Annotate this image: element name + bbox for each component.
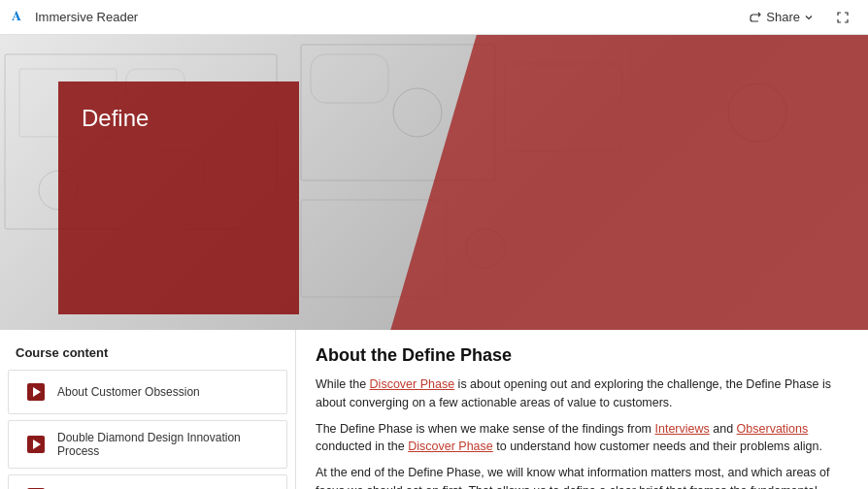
expand-icon bbox=[836, 11, 850, 24]
share-icon bbox=[749, 11, 762, 24]
course-item-2[interactable]: Double Diamond Design Innovation Process bbox=[8, 420, 287, 469]
course-item-3-icon bbox=[24, 485, 48, 489]
content-title: About the Define Phase bbox=[316, 345, 849, 366]
chevron-down-icon bbox=[804, 13, 814, 22]
app-title: Immersive Reader bbox=[35, 10, 138, 24]
sidebar: Course content About Customer Obsession … bbox=[0, 330, 296, 489]
expand-button[interactable] bbox=[829, 4, 856, 31]
content-para-1: While the Discover Phase is about openin… bbox=[316, 375, 849, 412]
topbar-left: 𝐀 Immersive Reader bbox=[12, 7, 138, 28]
observations-link[interactable]: Observations bbox=[737, 422, 809, 436]
content-area: About the Define Phase While the Discove… bbox=[296, 330, 868, 489]
sidebar-title: Course content bbox=[0, 345, 295, 370]
topbar-right: Share bbox=[741, 4, 856, 31]
hero-title: Define bbox=[82, 105, 149, 132]
discover-phase-link-1[interactable]: Discover Phase bbox=[370, 377, 455, 391]
discover-phase-link-2[interactable]: Discover Phase bbox=[408, 440, 493, 453]
course-item-1-icon bbox=[24, 380, 48, 404]
immersive-reader-icon: 𝐀 bbox=[12, 7, 29, 28]
course-item-1[interactable]: About Customer Obsession bbox=[8, 370, 287, 414]
share-button[interactable]: Share bbox=[741, 6, 821, 28]
interviews-link[interactable]: Interviews bbox=[655, 422, 710, 436]
course-item-2-icon bbox=[24, 433, 48, 456]
hero-section: Define bbox=[0, 35, 868, 330]
course-item-2-label: Double Diamond Design Innovation Process bbox=[57, 431, 271, 458]
content-para-2: The Define Phase is when we make sense o… bbox=[316, 420, 849, 457]
main-content: Course content About Customer Obsession … bbox=[0, 330, 868, 489]
share-label: Share bbox=[766, 10, 800, 24]
svg-text:𝐀: 𝐀 bbox=[12, 8, 21, 23]
topbar: 𝐀 Immersive Reader Share bbox=[0, 0, 868, 35]
svg-point-9 bbox=[393, 88, 442, 137]
hero-title-box: Define bbox=[58, 82, 299, 314]
course-item-3[interactable]: Discover bbox=[8, 474, 287, 489]
content-para-3: At the end of the Define Phase, we will … bbox=[316, 464, 849, 489]
svg-rect-8 bbox=[311, 54, 388, 103]
course-item-1-label: About Customer Obsession bbox=[57, 385, 200, 399]
